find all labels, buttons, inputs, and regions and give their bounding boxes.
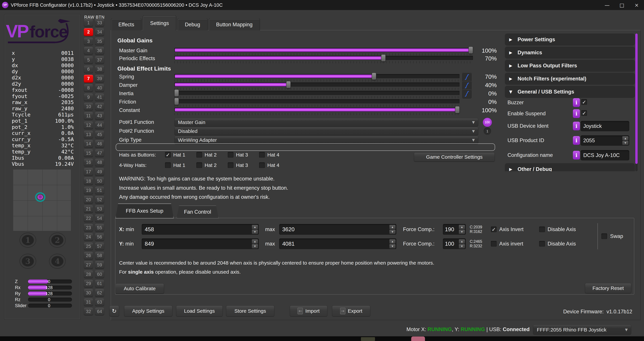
sidebar-spinbox[interactable]: 2055▲▼: [580, 135, 629, 146]
sidebar-section-dynamics[interactable]: ▶Dynamics: [505, 46, 635, 59]
axis-max-spinbox[interactable]: 3620▲▼: [279, 224, 396, 235]
auto-calibrate-button[interactable]: Auto Calibrate: [116, 284, 164, 294]
tab-button-mapping[interactable]: Button Mapping: [209, 18, 260, 30]
slider-track[interactable]: [174, 99, 460, 104]
hat-checkbox[interactable]: [228, 162, 234, 168]
raw-button: 48: [95, 159, 104, 167]
slider-label: Master Gain: [119, 47, 148, 54]
force-comp-spinbox[interactable]: 190▲▼: [443, 224, 466, 235]
spin-down-icon[interactable]: ▼: [252, 244, 258, 249]
slider-track[interactable]: [174, 56, 473, 60]
spin-down-icon[interactable]: ▼: [252, 230, 258, 234]
sidebar-section-other-debug[interactable]: ▶ Other / Debug: [505, 163, 635, 171]
chevron-down-icon: ▼: [625, 328, 628, 332]
response-curve-icon[interactable]: [462, 72, 472, 82]
tab-effects[interactable]: Effects: [111, 18, 142, 30]
raw-button: 38: [95, 65, 104, 73]
center-range-readout: C:2039R:3162: [466, 225, 491, 234]
subtab-ffb-axes-setup[interactable]: FFB Axes Setup: [116, 203, 174, 219]
spin-down-icon[interactable]: ▼: [390, 230, 396, 234]
axis-min-spinbox[interactable]: 458▲▼: [142, 224, 259, 235]
spin-up-icon[interactable]: ▲: [459, 239, 465, 244]
slider-handle[interactable]: [381, 54, 386, 61]
taskbar-item[interactable]: [411, 337, 425, 341]
hat-checkbox[interactable]: [196, 162, 202, 168]
refresh-icon[interactable]: ↻: [109, 306, 119, 316]
info-icon[interactable]: i: [573, 122, 580, 130]
hat-checkbox[interactable]: [165, 162, 171, 168]
force-comp-spinbox[interactable]: 100▲▼: [443, 238, 466, 249]
spin-down-icon[interactable]: ▼: [459, 230, 465, 234]
spin-up-icon[interactable]: ▲: [459, 225, 465, 229]
store-settings-button[interactable]: Store Settings: [226, 306, 274, 316]
sidebar-section-power-settings[interactable]: ▶Power Settings: [505, 33, 635, 45]
close-button[interactable]: ×: [629, 0, 644, 10]
slider-handle[interactable]: [286, 81, 291, 88]
sidebar-text-field[interactable]: Joystick: [580, 121, 629, 131]
sidebar-section-low-pass-output-filters[interactable]: ▶Low Pass Output Filters: [505, 60, 635, 72]
hat-checkbox[interactable]: [259, 152, 265, 158]
maximize-button[interactable]: □: [614, 0, 629, 10]
factory-reset-button[interactable]: Factory Reset: [585, 283, 631, 293]
axis-invert-checkbox[interactable]: [491, 241, 496, 247]
info-icon[interactable]: i: [573, 109, 580, 118]
axis-min-spinbox[interactable]: 849▲▼: [142, 238, 259, 249]
load-settings-button[interactable]: Load Settings: [176, 306, 223, 316]
sidebar-checkbox[interactable]: ✓: [581, 99, 587, 105]
spin-down-icon[interactable]: ▼: [459, 244, 465, 249]
swap-checkbox[interactable]: [602, 233, 607, 239]
raw-button: 30: [84, 289, 93, 297]
dropdown-grip-type[interactable]: WinWing Adapter▼: [174, 136, 478, 144]
disable-axis-checkbox[interactable]: [539, 227, 545, 232]
slider-track[interactable]: [174, 82, 460, 87]
slider-track[interactable]: [174, 108, 460, 112]
slider-track[interactable]: [174, 48, 473, 52]
slider-handle[interactable]: [455, 106, 460, 113]
sidebar-text-field[interactable]: DCS Joy A-10C: [580, 150, 629, 161]
spin-down-icon[interactable]: ▼: [390, 244, 396, 249]
slider-handle[interactable]: [372, 73, 376, 80]
slider-handle[interactable]: [174, 89, 179, 96]
info-icon[interactable]: i: [573, 98, 580, 107]
apply-settings-button[interactable]: Apply Settings: [124, 306, 172, 316]
subtab-fan-control[interactable]: Fan Control: [176, 205, 219, 219]
slider-track[interactable]: [174, 91, 460, 95]
sidebar-checkbox[interactable]: ✓: [581, 110, 587, 116]
spin-up-icon[interactable]: ▲: [252, 239, 258, 244]
minimize-button[interactable]: —: [600, 0, 614, 10]
sidebar-section-general-usb-settings[interactable]: ▼General / USB Settings: [505, 86, 635, 98]
import-button[interactable]: ← Import: [290, 306, 327, 316]
telemetry-row: dx0000: [12, 62, 74, 68]
hat-checkbox[interactable]: [228, 152, 234, 158]
spin-up-icon[interactable]: ▲: [252, 225, 258, 229]
device-select[interactable]: FFFF:2055 Rhino FFB Joystick ▼: [533, 325, 631, 335]
sidebar-section-notch-filters-experimental-[interactable]: ▶Notch Filters (experimental): [505, 73, 635, 85]
hat-checkbox[interactable]: ✓: [165, 152, 171, 158]
dropdown-pot1[interactable]: Master Gain▼: [174, 118, 478, 126]
disable-axis-checkbox[interactable]: [539, 241, 545, 247]
info-icon[interactable]: i: [573, 151, 580, 160]
slider-track[interactable]: [174, 74, 460, 78]
response-curve-icon[interactable]: [462, 89, 472, 98]
slider-handle[interactable]: [174, 98, 179, 105]
sidebar-scrollbar-thumb[interactable]: [635, 33, 638, 164]
spin-down-icon[interactable]: ▼: [622, 141, 628, 145]
tab-debug[interactable]: Debug: [178, 18, 208, 30]
info-icon[interactable]: i: [573, 136, 580, 145]
hat-checkbox[interactable]: [259, 162, 265, 168]
axis-max-spinbox[interactable]: 4081▲▼: [279, 238, 396, 249]
axis-invert-checkbox[interactable]: ✓: [491, 227, 496, 232]
response-curve-icon[interactable]: [462, 81, 472, 90]
spin-up-icon[interactable]: ▲: [390, 239, 396, 244]
taskbar-item[interactable]: [361, 337, 375, 341]
raw-button: 19: [84, 187, 93, 195]
spin-up-icon[interactable]: ▲: [390, 225, 396, 229]
hat-row-label: 4-Way Hats:: [119, 162, 165, 168]
export-button[interactable]: → Export: [332, 306, 370, 316]
dropdown-pot2[interactable]: Disabled▼: [174, 127, 478, 135]
spin-up-icon[interactable]: ▲: [622, 136, 628, 140]
spin-value: 849: [145, 241, 154, 247]
game-controller-settings-button[interactable]: Game Controller Settings: [414, 152, 495, 162]
hat-checkbox[interactable]: [196, 152, 202, 158]
tab-settings[interactable]: Settings: [143, 15, 176, 31]
